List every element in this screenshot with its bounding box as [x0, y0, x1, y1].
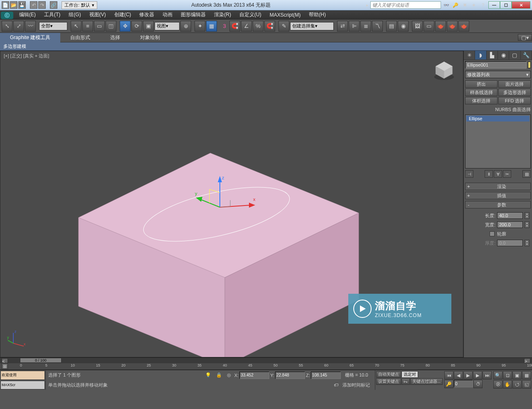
search-input[interactable]	[370, 1, 441, 9]
outline-checkbox[interactable]	[490, 231, 495, 236]
x-coordinate[interactable]: 33.452	[239, 372, 269, 379]
key-icon[interactable]: 🔑	[452, 1, 459, 9]
lock-icon[interactable]: 💡	[203, 372, 214, 378]
time-slider-bar[interactable]: < 0 / 100 >	[0, 357, 532, 363]
render-setup-icon[interactable]: 🖼	[412, 21, 423, 32]
time-slider-left-icon[interactable]: <	[2, 358, 8, 363]
spinner-snap-icon[interactable]: 🧲	[264, 21, 275, 32]
max-toggle-icon[interactable]: ◱	[522, 380, 531, 389]
btn-extrude[interactable]: 挤出	[465, 80, 498, 88]
configure-sets-icon[interactable]: ▤	[522, 170, 531, 178]
minimize-button[interactable]: —	[488, 1, 500, 9]
lock2-icon[interactable]: 🔒	[214, 372, 224, 378]
help-icon[interactable]: ?	[479, 1, 487, 9]
redo-icon[interactable]: ↷	[38, 1, 46, 9]
unique-icon[interactable]: ∀	[494, 170, 502, 178]
mirror-icon[interactable]: ⇄	[337, 21, 348, 32]
open-icon[interactable]: 📂	[10, 1, 17, 9]
workspace-selector[interactable]: 工作台: 默认 ▾	[62, 1, 97, 9]
favorite-icon[interactable]: ★	[470, 1, 478, 9]
object-color-swatch[interactable]	[528, 62, 531, 68]
menu-maxscript[interactable]: MAXScript(M)	[266, 12, 305, 18]
menu-view[interactable]: 视图(V)	[85, 11, 110, 18]
keyboard-shortcut-icon[interactable]: ▦	[206, 21, 217, 32]
select-icon[interactable]: ↖	[71, 21, 81, 32]
setkey-button[interactable]: 设置关键点	[376, 378, 401, 385]
btn-splinesel[interactable]: 样条线选择	[465, 89, 498, 96]
angle-snap-icon[interactable]: ∠	[241, 21, 252, 32]
orbit-icon[interactable]: ⭯	[512, 380, 522, 389]
y-coordinate[interactable]: 22.848	[275, 372, 305, 379]
z-coordinate[interactable]: 108.145	[311, 372, 341, 379]
modifier-stack[interactable]: Ellipse	[465, 114, 531, 169]
search-icon[interactable]: 👓	[443, 1, 450, 9]
display-tab-icon[interactable]: ▢	[509, 51, 520, 59]
render-prod-icon[interactable]: 🫖	[435, 21, 446, 32]
goto-start-icon[interactable]: ⏮	[444, 371, 453, 379]
named-selection-sets[interactable]: 创建选择集 ▾	[290, 22, 334, 30]
time-slider[interactable]: 0 / 100	[20, 358, 62, 363]
add-time-tag[interactable]: 添加时间标记	[340, 382, 372, 388]
bind-space-icon[interactable]: 〰	[25, 21, 36, 32]
ribbon-tab-select[interactable]: 选择	[100, 33, 130, 42]
btn-patchsel[interactable]: 面片选择	[498, 80, 531, 88]
pan-icon[interactable]: ✋	[503, 380, 512, 389]
ref-coord-system[interactable]: 视图 ▾	[155, 22, 180, 30]
track-toggle-icon[interactable]: ⊞	[2, 363, 8, 369]
motion-tab-icon[interactable]: ◉	[498, 51, 509, 59]
play-icon-btn[interactable]: ▶	[463, 371, 473, 379]
ribbon-expand-icon[interactable]: ▢▾	[518, 34, 532, 41]
rollout-params[interactable]: -参数	[465, 201, 531, 208]
btn-volsel[interactable]: 体积选择	[465, 97, 498, 104]
region-rect-icon[interactable]: ▭	[94, 21, 105, 32]
ribbon-tab-graphite[interactable]: Graphite 建模工具	[0, 33, 60, 42]
nurbs-button[interactable]: NURBS 曲面选择	[464, 106, 532, 114]
length-spinner[interactable]: 40.0	[497, 212, 523, 219]
curve-editor-icon[interactable]: 〽	[372, 21, 383, 32]
prev-frame-icon[interactable]: ◀	[454, 371, 463, 379]
pivot-icon[interactable]: ⊕	[180, 21, 191, 32]
welcome-tab[interactable]: 欢迎使用	[0, 371, 45, 380]
menu-edit[interactable]: 编辑(E)	[15, 11, 40, 18]
zoom-extents-all-icon[interactable]: ▦	[522, 371, 531, 379]
align-icon[interactable]: ⊫	[349, 21, 360, 32]
unlink-icon[interactable]: ⤢	[13, 21, 24, 32]
manipulate-icon[interactable]: ✦	[195, 21, 205, 32]
pin-stack-icon[interactable]: ⊣	[465, 170, 473, 178]
track-bar-ruler[interactable]: ⊞ 05101520253035404550556065707580859095…	[0, 363, 532, 370]
infocenter-arrow-icon[interactable]: ▸	[366, 2, 369, 8]
create-tab-icon[interactable]: ✳	[464, 51, 475, 59]
rollout-interp[interactable]: +插值	[465, 192, 531, 199]
maximize-button[interactable]: ☐	[500, 1, 512, 9]
goto-end-icon[interactable]: ⏭	[483, 371, 492, 379]
snap-toggle-3-icon[interactable]: 3	[220, 21, 229, 32]
app-menu-icon[interactable]: ⓒ	[1, 12, 13, 19]
render-frame-icon[interactable]: ▭	[424, 21, 434, 32]
object-name-field[interactable]	[465, 61, 527, 69]
close-button[interactable]: ✕	[512, 1, 530, 9]
link-icon[interactable]: 🔗	[50, 1, 57, 9]
exchange-icon[interactable]: ✖	[461, 1, 468, 9]
menu-modifier[interactable]: 修改器	[135, 11, 158, 18]
length-spin-buttons[interactable]: ▲▼	[525, 212, 530, 219]
zoom-extents-icon[interactable]: ▣	[512, 371, 522, 379]
menu-graph[interactable]: 图形编辑器	[177, 11, 210, 18]
layers-icon[interactable]: ≣	[360, 21, 371, 32]
rotate-icon[interactable]: ⟳	[131, 21, 142, 32]
current-frame[interactable]: 0	[454, 380, 473, 387]
modifier-list-dropdown[interactable]: 修改器列表▾	[465, 71, 531, 78]
viewcube[interactable]	[433, 59, 456, 82]
btn-ffdsel[interactable]: FFD 选择	[498, 97, 531, 104]
edit-named-sel-icon[interactable]: ✎	[278, 21, 289, 32]
scale-icon[interactable]: ▣	[143, 21, 154, 32]
hierarchy-tab-icon[interactable]: ▙	[487, 51, 498, 59]
percent-snap-icon[interactable]: %	[253, 21, 264, 32]
key-icon-btn[interactable]: 🗝	[401, 378, 410, 385]
save-icon[interactable]: 💾	[18, 1, 26, 9]
thickness-spinner[interactable]: 0.0	[497, 240, 523, 246]
select-name-icon[interactable]: ≡	[82, 21, 93, 32]
fov-icon[interactable]: ⦿	[493, 380, 502, 389]
viewport[interactable]: [+] [正交] [真实 + 边面] x	[0, 51, 463, 357]
render-iter-icon[interactable]: 🫖	[447, 21, 458, 32]
window-crossing-icon[interactable]: ◫	[106, 21, 116, 32]
